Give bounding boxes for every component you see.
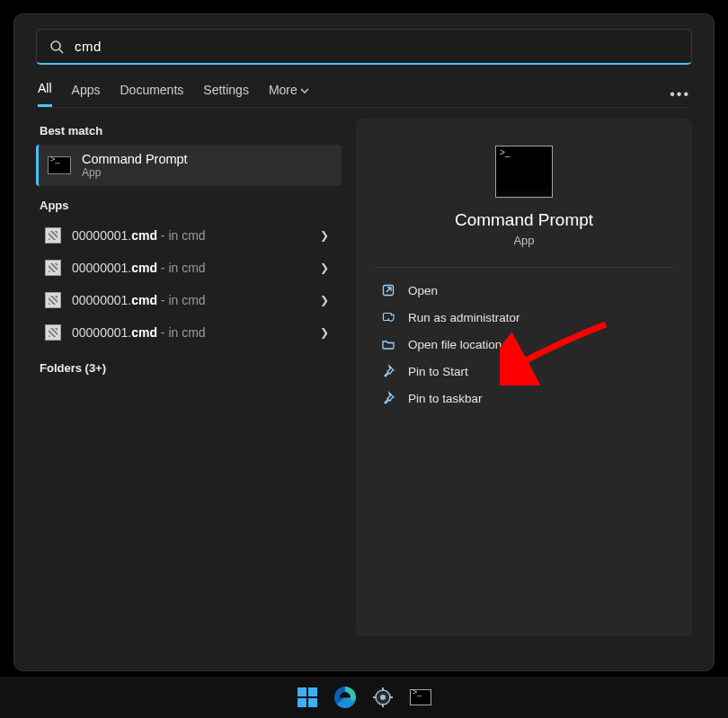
- section-folders: Folders (3+): [40, 361, 342, 375]
- section-apps: Apps: [40, 199, 342, 212]
- cmd-file-icon: [45, 260, 61, 276]
- more-options-button[interactable]: •••: [670, 86, 690, 102]
- action-open-location[interactable]: Open file location: [374, 331, 674, 358]
- search-icon: [49, 40, 64, 54]
- filter-settings[interactable]: Settings: [203, 83, 249, 106]
- file-result-row[interactable]: 00000001.cmd - in cmd❯: [36, 219, 342, 252]
- action-open[interactable]: Open: [374, 277, 674, 304]
- section-best-match: Best match: [40, 124, 342, 137]
- action-pin-taskbar[interactable]: Pin to taskbar: [374, 385, 674, 412]
- preview-title: Command Prompt: [374, 210, 674, 230]
- svg-point-5: [380, 695, 386, 700]
- folder-icon: [381, 337, 395, 351]
- action-pin-taskbar-label: Pin to taskbar: [408, 392, 483, 405]
- filter-documents[interactable]: Documents: [120, 83, 183, 106]
- svg-point-0: [51, 41, 60, 50]
- cmd-file-icon: [45, 227, 61, 244]
- open-icon: [381, 283, 395, 297]
- results-column: Best match Command Prompt App Apps 00000…: [36, 119, 342, 636]
- taskbar: [0, 677, 728, 718]
- preview-app-icon: [495, 146, 553, 198]
- file-result-text: 00000001.cmd - in cmd: [72, 293, 309, 307]
- cmd-file-icon: [45, 324, 61, 341]
- search-container: [14, 14, 714, 65]
- taskbar-settings-button[interactable]: [369, 684, 396, 711]
- command-prompt-icon: [410, 689, 431, 705]
- svg-line-1: [59, 49, 63, 53]
- cmd-file-icon: [45, 292, 61, 308]
- command-prompt-icon: [48, 156, 71, 174]
- search-bar[interactable]: [36, 29, 692, 65]
- taskbar-start-button[interactable]: [294, 684, 321, 711]
- action-run-admin-label: Run as administrator: [408, 311, 520, 324]
- taskbar-edge-button[interactable]: [332, 684, 359, 711]
- chevron-down-icon: [300, 86, 309, 95]
- best-match-title: Command Prompt: [82, 152, 188, 166]
- pin-icon: [381, 364, 395, 378]
- filter-tabs: All Apps Documents Settings More •••: [14, 65, 714, 107]
- action-run-admin[interactable]: Run as administrator: [374, 304, 674, 331]
- windows-logo-icon: [297, 687, 317, 707]
- action-open-label: Open: [408, 284, 438, 297]
- file-result-text: 00000001.cmd - in cmd: [72, 261, 309, 275]
- file-result-text: 00000001.cmd - in cmd: [72, 228, 309, 243]
- chevron-right-icon: ❯: [320, 294, 329, 306]
- search-input[interactable]: [64, 39, 679, 54]
- preview-panel: Command Prompt App Open Run as administr…: [356, 119, 692, 636]
- file-result-row[interactable]: 00000001.cmd - in cmd❯: [36, 284, 342, 316]
- best-match-row[interactable]: Command Prompt App: [36, 145, 342, 186]
- shield-admin-icon: [381, 310, 395, 324]
- file-result-row[interactable]: 00000001.cmd - in cmd❯: [36, 252, 342, 284]
- chevron-right-icon: ❯: [320, 261, 329, 274]
- filter-apps[interactable]: Apps: [72, 83, 101, 106]
- action-pin-start[interactable]: Pin to Start: [374, 358, 674, 385]
- gear-icon: [372, 687, 394, 708]
- taskbar-cmd-button[interactable]: [407, 684, 434, 711]
- chevron-right-icon: ❯: [320, 229, 329, 242]
- action-open-location-label: Open file location: [408, 338, 502, 351]
- file-result-row[interactable]: 00000001.cmd - in cmd❯: [36, 316, 342, 349]
- pin-icon: [381, 391, 395, 405]
- chevron-right-icon: ❯: [320, 326, 329, 339]
- start-search-panel: All Apps Documents Settings More ••• Bes…: [13, 13, 715, 671]
- filter-more[interactable]: More: [269, 83, 309, 106]
- preview-subtitle: App: [374, 234, 674, 247]
- preview-divider: [374, 267, 674, 268]
- file-result-text: 00000001.cmd - in cmd: [72, 325, 309, 340]
- edge-icon: [334, 687, 356, 708]
- action-pin-start-label: Pin to Start: [408, 365, 468, 378]
- best-match-subtitle: App: [82, 166, 188, 179]
- filter-all[interactable]: All: [38, 81, 52, 107]
